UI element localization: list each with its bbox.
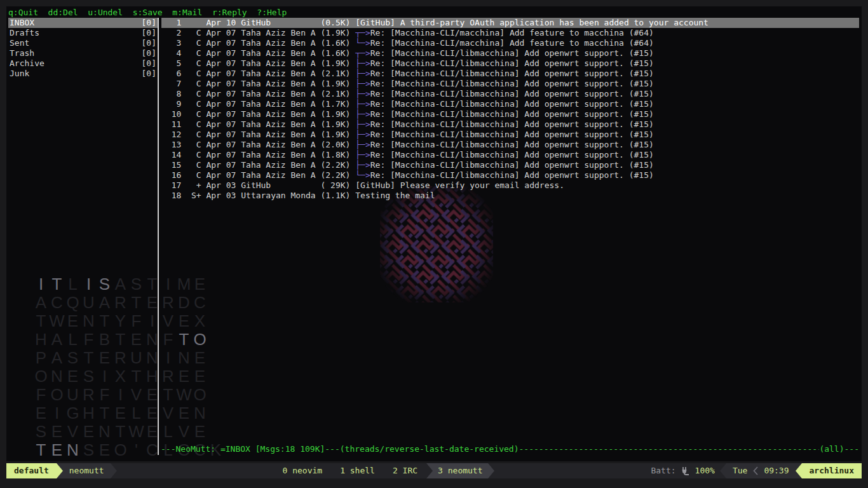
mail-row-meta: 14 C Apr 07 Taha Aziz Ben A (1.8K) [161, 150, 355, 159]
mail-index-list: 1 Apr 10 GitHub (0.5K) [GitHub] A third-… [161, 18, 859, 201]
sidebar-item-junk[interactable]: Junk[0] [8, 69, 158, 79]
thread-tree-icon: ┬─> [355, 28, 370, 37]
session-segment[interactable]: default [6, 463, 57, 478]
sidebar-item-inbox[interactable]: INBOX[0] [8, 18, 158, 28]
mail-row-subject: Re: [Macchina-CLI/libmacchina] Add openw… [370, 130, 654, 139]
mail-row-subject: Re: [Macchina-CLI/macchina] Add feature … [370, 28, 654, 37]
mail-row-subject: Testing the mail [355, 191, 435, 200]
thread-tree-icon: ├─> [355, 130, 370, 139]
mail-row-meta: 6 C Apr 07 Taha Aziz Ben A (2.1K) [161, 69, 355, 78]
mail-row[interactable]: 8 C Apr 07 Taha Aziz Ben A (2.1K) ├─>Re:… [161, 89, 859, 99]
thread-tree-icon: ┬─> [355, 48, 370, 58]
hostname-segment: archlinux [802, 463, 862, 478]
mailbox-sidebar: INBOX[0]Drafts[0]Sent[0]Trash[0]Archive[… [8, 18, 158, 79]
thread-tree-icon: ├─> [355, 140, 370, 149]
mail-row-meta: 11 C Apr 07 Taha Aziz Ben A (1.9K) [161, 119, 355, 129]
thread-tree-icon: ├─> [355, 160, 370, 170]
mail-row[interactable]: 15 C Apr 07 Taha Aziz Ben A (2.2K) ├─>Re… [161, 160, 859, 170]
mail-row[interactable]: 18 S+ Apr 03 Uttarayan Monda (1.1K) Test… [161, 191, 859, 201]
thread-tree-icon: ├─> [355, 119, 370, 129]
powerline-arrow-icon [720, 463, 726, 478]
thread-tree-icon: ├─> [355, 69, 370, 78]
chevron-left-icon [753, 466, 758, 475]
mail-row-subject: Re: [Macchina-CLI/libmacchina] Add openw… [370, 99, 654, 109]
mail-row-subject: Re: [Macchina-CLI/libmacchina] Add openw… [370, 160, 654, 170]
thread-tree-icon: ├─> [355, 79, 370, 88]
mailbox-name: Archive [10, 58, 44, 69]
taskbar-window-IRC[interactable]: 2 IRC [384, 463, 426, 478]
thread-tree-icon: ├─> [355, 150, 370, 159]
taskbar-window-neomutt[interactable]: 3 neomutt [433, 463, 487, 478]
mail-row-subject: Re: [Macchina-CLI/libmacchina] Add openw… [370, 109, 654, 119]
taskbar: default neomutt 0 neovim1 shell2 IRC3 ne… [6, 463, 862, 478]
mail-row-meta: 5 C Apr 07 Taha Aziz Ben A (1.9K) [161, 58, 355, 68]
mail-row[interactable]: 13 C Apr 07 Taha Aziz Ben A (2.0K) ├─>Re… [161, 140, 859, 150]
mail-row-meta: 15 C Apr 07 Taha Aziz Ben A (2.2K) [161, 160, 355, 170]
thread-tree-icon: ├─> [355, 89, 370, 98]
mail-row[interactable]: 10 C Apr 07 Taha Aziz Ben A (1.9K) ├─>Re… [161, 109, 859, 119]
mail-row[interactable]: 4 C Apr 07 Taha Aziz Ben A (1.6K) ┬─>Re:… [161, 48, 859, 58]
mail-row[interactable]: 2 C Apr 07 Taha Aziz Ben A (1.9K) ┬─>Re:… [161, 28, 859, 38]
sidebar-item-archive[interactable]: Archive[0] [8, 58, 158, 69]
mailbox-name: Sent [10, 38, 29, 48]
mail-row-meta: 7 C Apr 07 Taha Aziz Ben A (1.9K) [161, 79, 355, 88]
day-label: Tue [733, 463, 747, 478]
taskbar-right: Batt: 100% Tue 09:39 archlinux [651, 463, 862, 478]
mail-row-meta: 12 C Apr 07 Taha Aziz Ben A (1.9K) [161, 130, 355, 139]
mail-row-subject: [GitHub] Please verify your email addres… [355, 180, 564, 190]
mail-row-subject: Re: [Macchina-CLI/libmacchina] Add openw… [370, 140, 654, 149]
mail-row-meta: 16 C Apr 07 Taha Aziz Ben A (2.2K) [161, 170, 355, 180]
mailbox-count: [0] [142, 38, 156, 48]
mail-row-subject: Re: [Macchina-CLI/libmacchina] Add openw… [370, 150, 654, 159]
mail-row-subject: [GitHub] A third-party OAuth application… [355, 18, 709, 27]
taskbar-window-neovim[interactable]: 0 neovim [274, 463, 332, 478]
thread-tree-icon: └─> [355, 170, 370, 180]
mail-row-subject: Re: [Macchina-CLI/macchina] Add feature … [370, 38, 654, 48]
mail-row-subject: Re: [Macchina-CLI/libmacchina] Add openw… [370, 48, 654, 58]
mail-row[interactable]: 9 C Apr 07 Taha Aziz Ben A (1.7K) ├─>Re:… [161, 99, 859, 109]
status-fill: ----------------------------------------… [519, 444, 820, 454]
mailbox-count: [0] [142, 69, 156, 79]
mail-row-meta: 8 C Apr 07 Taha Aziz Ben A (2.1K) [161, 89, 355, 98]
sidebar-item-trash[interactable]: Trash[0] [8, 48, 158, 58]
battery-label: Batt: [651, 463, 675, 478]
mail-row[interactable]: 3 C Apr 07 Taha Aziz Ben A (1.6K) └─>Re:… [161, 38, 859, 48]
mail-row[interactable]: 6 C Apr 07 Taha Aziz Ben A (2.1K) ├─>Re:… [161, 69, 859, 79]
mail-row-subject: Re: [Macchina-CLI/libmacchina] Add openw… [370, 69, 654, 78]
plug-icon [681, 466, 690, 476]
mail-row-meta: 18 S+ Apr 03 Uttarayan Monda (1.1K) [161, 191, 355, 200]
mail-row[interactable]: 17 + Apr 03 GitHub ( 29K) [GitHub] Pleas… [161, 180, 859, 191]
thread-tree-icon: ├─> [355, 109, 370, 119]
time-label: 09:39 [764, 463, 789, 478]
mail-row-meta: 17 + Apr 03 GitHub ( 29K) [161, 180, 355, 190]
sidebar-item-sent[interactable]: Sent[0] [8, 38, 158, 48]
mail-row-subject: Re: [Macchina-CLI/libmacchina] Add openw… [370, 170, 654, 180]
mail-row[interactable]: 5 C Apr 07 Taha Aziz Ben A (1.9K) ├─>Re:… [161, 58, 859, 69]
sidebar-item-drafts[interactable]: Drafts[0] [8, 28, 158, 38]
mailbox-name: INBOX [10, 18, 34, 28]
thread-tree-icon: ├─> [355, 99, 370, 109]
mail-row[interactable]: 14 C Apr 07 Taha Aziz Ben A (1.8K) ├─>Re… [161, 150, 859, 160]
mail-row-subject: Re: [Macchina-CLI/libmacchina] Add openw… [370, 79, 654, 88]
mailbox-count: [0] [142, 58, 156, 69]
battery-percent: 100% [693, 463, 720, 478]
taskbar-window-shell[interactable]: 1 shell [331, 463, 384, 478]
mail-row[interactable]: 1 Apr 10 GitHub (0.5K) [GitHub] A third-… [161, 18, 859, 28]
mail-row[interactable]: 11 C Apr 07 Taha Aziz Ben A (1.9K) ├─>Re… [161, 119, 859, 130]
terminal-window: ITLISASTIMEACQUARTERDCTWENTYFIVEXHALFBTE… [6, 6, 862, 461]
powerline-arrow-icon [57, 463, 63, 478]
mailbox-name: Drafts [10, 28, 39, 38]
mail-row-subject: Re: [Macchina-CLI/libmacchina] Add openw… [370, 119, 654, 129]
powerline-arrow-icon [488, 463, 494, 478]
mail-row-meta: 13 C Apr 07 Taha Aziz Ben A (2.0K) [161, 140, 355, 149]
neomutt-ui: q:Quit dd:Del u:Undel s:Save m:Mail r:Re… [6, 6, 862, 461]
mail-row-subject: Re: [Macchina-CLI/libmacchina] Add openw… [370, 58, 654, 68]
mail-row[interactable]: 12 C Apr 07 Taha Aziz Ben A (1.9K) ├─>Re… [161, 130, 859, 140]
powerline-arrow-icon [796, 463, 802, 478]
mail-row[interactable]: 16 C Apr 07 Taha Aziz Ben A (2.2K) └─>Re… [161, 170, 859, 180]
mail-row[interactable]: 7 C Apr 07 Taha Aziz Ben A (1.9K) ├─>Re:… [161, 79, 859, 89]
sidebar-divider [158, 18, 159, 455]
help-bar: q:Quit dd:Del u:Undel s:Save m:Mail r:Re… [8, 8, 287, 18]
thread-tree-icon: ├─> [355, 58, 370, 68]
mailbox-name: Trash [10, 48, 34, 58]
